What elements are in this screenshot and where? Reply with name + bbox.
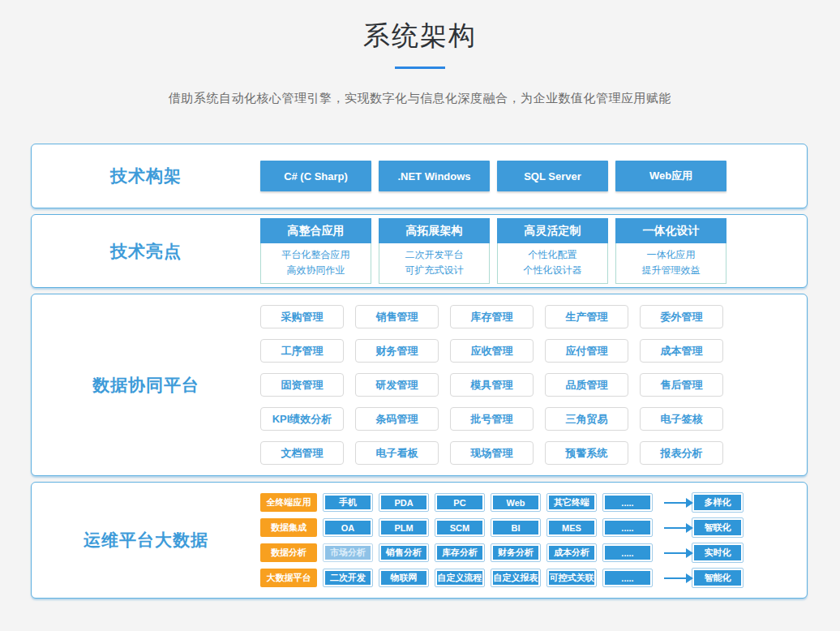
ops-category-badge: 大数据平台 [260, 569, 317, 587]
module-button[interactable]: 预警系统 [545, 441, 628, 465]
module-button[interactable]: 应收管理 [450, 339, 534, 363]
ops-item-button[interactable]: SCM [435, 518, 485, 537]
module-button[interactable]: 财务管理 [355, 339, 439, 363]
ops-row-integration: 数据集成 OA PLM SCM BI MES ..... 智联化 [260, 517, 744, 538]
ops-item-button[interactable]: 市场分析 [323, 543, 373, 562]
module-button[interactable]: 批号管理 [450, 407, 534, 431]
module-button[interactable]: 条码管理 [355, 407, 439, 431]
module-button[interactable]: 成本管理 [640, 339, 723, 363]
module-button[interactable]: 报表分析 [640, 441, 723, 465]
highlight-card-title: 高整合应用 [260, 218, 371, 243]
highlight-card-extension: 高拓展架构 二次开发平台 可扩充式设计 [379, 218, 490, 284]
highlight-card-row: 高整合应用 平台化整合应用 高效协同作业 高拓展架构 二次开发平台 可扩充式设计… [260, 218, 726, 284]
ops-row-analysis: 数据分析 市场分析 销售分析 库存分析 财务分析 成本分析 ..... 实时化 [260, 543, 744, 563]
module-button[interactable]: 工序管理 [260, 339, 344, 363]
tech-button-sqlserver[interactable]: SQL Server [497, 161, 608, 191]
section-tech-framework: 技术构架 C# (C Sharp) .NET Windows SQL Serve… [31, 144, 808, 208]
section-ops-bigdata-label: 运维平台大数据 [32, 529, 260, 552]
highlight-line: 个性化设计器 [498, 263, 607, 278]
tech-button-dotnet[interactable]: .NET Windows [379, 161, 490, 191]
ops-item-button-more[interactable]: ..... [602, 569, 653, 587]
module-button[interactable]: 库存管理 [450, 305, 534, 328]
highlight-line: 一体化应用 [616, 247, 726, 263]
module-button[interactable]: 模具管理 [450, 373, 534, 397]
ops-item-button[interactable]: 财务分析 [491, 543, 541, 562]
module-button[interactable]: 现场管理 [450, 441, 534, 465]
highlight-card-flexibility: 高灵活定制 个性化配置 个性化设计器 [497, 218, 608, 284]
highlight-card-body: 二次开发平台 可扩充式设计 [379, 243, 490, 284]
ops-item-button[interactable]: 物联网 [379, 569, 429, 587]
ops-item-button[interactable]: 手机 [323, 493, 373, 512]
highlight-card-title: 一体化设计 [615, 218, 726, 243]
highlight-line: 可扩充式设计 [379, 263, 489, 278]
ops-item-button[interactable]: 自定义流程 [435, 569, 485, 587]
highlight-line: 平台化整合应用 [261, 247, 371, 263]
ops-category-badge: 数据集成 [260, 518, 317, 537]
module-button[interactable]: 售后管理 [640, 373, 723, 397]
highlight-card-title: 高拓展架构 [379, 218, 490, 243]
ops-item-button[interactable]: Web [491, 493, 541, 512]
ops-category-badge: 数据分析 [260, 543, 317, 562]
module-button[interactable]: 电子签核 [640, 407, 723, 431]
ops-item-button[interactable]: PDA [379, 493, 429, 512]
module-button[interactable]: 委外管理 [640, 305, 723, 328]
highlight-card-integration: 高整合应用 平台化整合应用 高效协同作业 [260, 218, 371, 284]
module-button[interactable]: 电子看板 [355, 441, 439, 465]
ops-item-button[interactable]: 自定义报表 [491, 569, 541, 587]
module-button[interactable]: 应付管理 [545, 339, 628, 363]
ops-item-button[interactable]: BI [491, 518, 541, 537]
module-button[interactable]: 采购管理 [260, 305, 344, 328]
ops-item-button[interactable]: 库存分析 [435, 543, 485, 562]
section-tech-highlights-label: 技术亮点 [32, 240, 260, 263]
ops-result-button[interactable]: 实时化 [692, 543, 744, 563]
ops-item-button[interactable]: PC [435, 493, 485, 512]
highlight-line: 高效协同作业 [261, 263, 371, 278]
module-grid: 采购管理 销售管理 库存管理 生产管理 委外管理 工序管理 财务管理 应收管理 … [260, 305, 723, 465]
ops-item-button[interactable]: OA [323, 518, 373, 537]
module-button[interactable]: 品质管理 [545, 373, 628, 397]
section-boxes: 技术构架 C# (C Sharp) .NET Windows SQL Serve… [31, 144, 808, 604]
highlight-line: 提升管理效益 [616, 263, 726, 278]
ops-item-button[interactable]: 可控式关联 [546, 569, 597, 587]
tech-button-csharp[interactable]: C# (C Sharp) [260, 161, 371, 191]
module-button[interactable]: 三角贸易 [545, 407, 628, 431]
module-button[interactable]: 销售管理 [355, 305, 439, 328]
right-arrow-icon [664, 552, 687, 554]
ops-item-button[interactable]: 成本分析 [546, 543, 597, 562]
highlight-line: 个性化配置 [498, 247, 607, 263]
highlight-card-unified: 一体化设计 一体化应用 提升管理效益 [615, 218, 726, 284]
ops-category-badge: 全终端应用 [260, 493, 317, 512]
title-underline [395, 67, 445, 69]
ops-item-button-more[interactable]: ..... [602, 518, 653, 537]
highlight-line: 二次开发平台 [379, 247, 489, 263]
highlight-card-body: 平台化整合应用 高效协同作业 [260, 243, 371, 284]
module-button[interactable]: 固资管理 [260, 373, 344, 397]
module-button[interactable]: 生产管理 [545, 305, 628, 328]
module-button[interactable]: 研发管理 [355, 373, 439, 397]
ops-result-button[interactable]: 智联化 [692, 517, 744, 538]
ops-row-bigdata-platform: 大数据平台 二次开发 物联网 自定义流程 自定义报表 可控式关联 ..... 智… [260, 568, 744, 588]
ops-item-button[interactable]: 其它终端 [546, 493, 597, 512]
module-button[interactable]: KPI绩效分析 [260, 407, 344, 431]
tech-button-web[interactable]: Web应用 [615, 161, 726, 191]
right-arrow-icon [664, 577, 687, 579]
ops-result-button[interactable]: 多样化 [692, 492, 744, 513]
ops-item-button-more[interactable]: ..... [602, 543, 653, 562]
ops-row-terminals: 全终端应用 手机 PDA PC Web 其它终端 ..... 多样化 [260, 492, 744, 513]
system-architecture-page: 系统架构 借助系统自动化核心管理引擎，实现数字化与信息化深度融合，为企业数值化管… [0, 0, 840, 631]
section-data-platform: 数据协同平台 采购管理 销售管理 库存管理 生产管理 委外管理 工序管理 财务管… [31, 294, 808, 476]
ops-item-button[interactable]: 二次开发 [323, 569, 373, 587]
right-arrow-icon [664, 502, 687, 504]
ops-item-button-more[interactable]: ..... [602, 493, 653, 512]
ops-item-button[interactable]: MES [546, 518, 597, 537]
ops-item-button[interactable]: 销售分析 [379, 543, 429, 562]
ops-item-button[interactable]: PLM [379, 518, 429, 537]
highlight-card-title: 高灵活定制 [497, 218, 608, 243]
page-header: 系统架构 借助系统自动化核心管理引擎，实现数字化与信息化深度融合，为企业数值化管… [0, 0, 840, 106]
section-tech-framework-label: 技术构架 [32, 165, 260, 187]
section-ops-bigdata: 运维平台大数据 全终端应用 手机 PDA PC Web 其它终端 ..... 多… [31, 482, 808, 599]
module-button[interactable]: 文档管理 [260, 441, 344, 465]
page-subtitle: 借助系统自动化核心管理引擎，实现数字化与信息化深度融合，为企业数值化管理应用赋能 [0, 91, 840, 106]
ops-result-button[interactable]: 智能化 [692, 568, 744, 588]
ops-rows: 全终端应用 手机 PDA PC Web 其它终端 ..... 多样化 数据集成 … [260, 492, 744, 588]
